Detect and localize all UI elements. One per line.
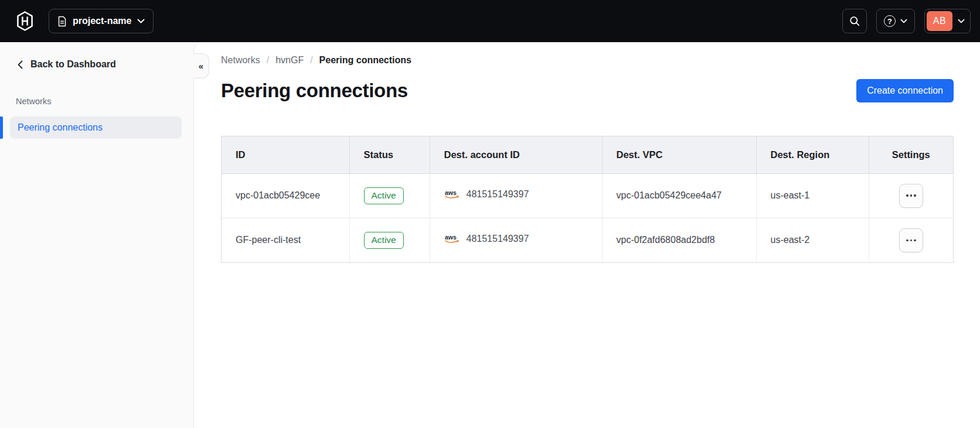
search-button[interactable] (842, 9, 867, 33)
page-header: Peering connections Create connection (221, 77, 954, 104)
cell-dest-region: us-east-2 (756, 218, 869, 262)
page-title: Peering connections (221, 80, 408, 102)
cell-status: Active (349, 173, 430, 218)
table-row: vpc-01acb05429cee Active aws (222, 173, 953, 218)
topbar-right: ? AB (842, 9, 971, 33)
dest-account-id-value: 481515149397 (467, 234, 529, 244)
breadcrumb-separator: / (310, 55, 312, 66)
top-navigation-bar: project-name ? (0, 0, 980, 42)
help-icon: ? (884, 15, 896, 27)
ellipsis-icon (906, 194, 916, 197)
cell-settings (869, 218, 953, 262)
status-badge: Active (364, 232, 404, 249)
cell-status: Active (349, 218, 430, 262)
avatar: AB (927, 11, 952, 31)
search-icon (849, 15, 860, 27)
table-row: GF-peer-cli-test Active aws (222, 218, 953, 262)
row-settings-button[interactable] (899, 184, 923, 208)
cell-id: GF-peer-cli-test (222, 218, 349, 262)
sidebar: Back to Dashboard Networks Peering conne… (0, 42, 193, 428)
peering-connections-table: ID Status Dest. account ID Dest. VPC Des… (221, 136, 954, 263)
cell-id: vpc-01acb05429cee (222, 173, 349, 218)
hashicorp-logo-icon[interactable] (16, 11, 34, 31)
sidebar-item-label: Peering connections (18, 122, 103, 133)
main-content: « Networks / hvnGF / Peering connections… (193, 42, 980, 428)
document-icon (57, 16, 67, 27)
topbar-left: project-name (16, 9, 154, 33)
breadcrumb-item-hvngf[interactable]: hvnGF (275, 55, 304, 66)
column-header-settings: Settings (869, 136, 953, 173)
column-header-id: ID (222, 136, 349, 173)
breadcrumb: Networks / hvnGF / Peering connections (221, 55, 954, 66)
project-name-label: project-name (73, 16, 131, 26)
content-area: Networks / hvnGF / Peering connections P… (194, 42, 980, 263)
back-to-dashboard-label: Back to Dashboard (30, 59, 116, 70)
cell-dest-region: us-east-1 (756, 173, 869, 218)
row-settings-button[interactable] (899, 228, 923, 252)
chevron-down-icon (137, 19, 145, 23)
svg-text:aws: aws (445, 189, 457, 196)
active-indicator (0, 117, 3, 139)
aws-icon: aws (444, 234, 461, 244)
dest-account-id-value: 481515149397 (467, 189, 529, 200)
sidebar-item-peering-connections[interactable]: Peering connections (10, 117, 182, 139)
status-badge: Active (364, 187, 404, 204)
back-to-dashboard-link[interactable]: Back to Dashboard (0, 56, 193, 73)
svg-text:aws: aws (445, 234, 457, 241)
breadcrumb-current: Peering connections (319, 55, 411, 66)
project-selector[interactable]: project-name (49, 9, 154, 33)
collapse-sidebar-button[interactable]: « (193, 53, 209, 78)
cell-dest-vpc: vpc-0f2afd6808ad2bdf8 (602, 218, 756, 262)
column-header-dest-vpc: Dest. VPC (602, 136, 756, 173)
chevron-down-icon (952, 19, 970, 23)
column-header-status: Status (349, 136, 430, 173)
collapse-sidebar-icon: « (199, 61, 203, 71)
app-root: project-name ? (0, 0, 980, 428)
help-menu-button[interactable]: ? (876, 9, 915, 33)
create-connection-button[interactable]: Create connection (856, 79, 954, 102)
chevron-left-icon (18, 60, 23, 69)
breadcrumb-separator: / (267, 55, 269, 66)
breadcrumb-item-networks[interactable]: Networks (221, 55, 260, 66)
cell-dest-account-id: aws 481515149397 (430, 173, 602, 218)
sidebar-section-networks: Networks (16, 97, 193, 106)
ellipsis-icon (906, 239, 916, 242)
cell-dest-vpc: vpc-01acb05429cee4a47 (602, 173, 756, 218)
app-shell: Back to Dashboard Networks Peering conne… (0, 42, 980, 428)
table-header-row: ID Status Dest. account ID Dest. VPC Des… (222, 136, 953, 173)
chevron-down-icon (900, 19, 907, 23)
cell-settings (869, 173, 953, 218)
column-header-dest-region: Dest. Region (756, 136, 869, 173)
column-header-dest-account-id: Dest. account ID (430, 136, 602, 173)
aws-icon: aws (444, 189, 461, 200)
cell-dest-account-id: aws 481515149397 (430, 218, 602, 262)
account-menu-button[interactable]: AB (924, 9, 971, 33)
